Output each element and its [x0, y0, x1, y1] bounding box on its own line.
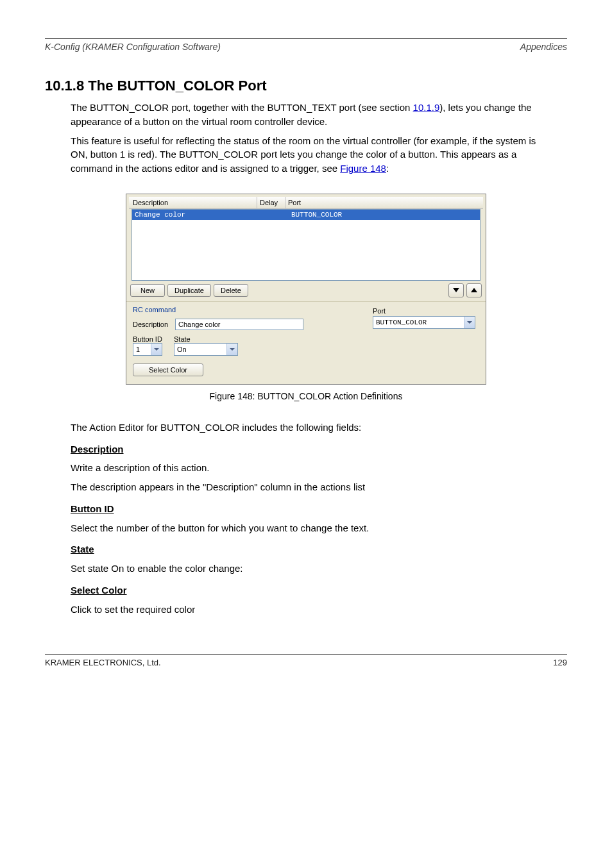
- select-color-button[interactable]: Select Color: [133, 363, 203, 376]
- intro-link-button-text: BUTTON_TEXT port: [268, 102, 356, 113]
- duplicate-button[interactable]: Duplicate: [167, 284, 211, 297]
- state-label: State: [174, 335, 238, 343]
- chevron-down-icon: [464, 317, 475, 328]
- intro-text: The BUTTON_COLOR port, together with the: [71, 102, 268, 113]
- header-rule: [45, 38, 567, 39]
- section-ref-link[interactable]: 10.1.9: [413, 102, 440, 113]
- field-text: Click to set the required color: [71, 603, 567, 617]
- port-label: Port: [373, 307, 479, 315]
- move-down-button[interactable]: [448, 283, 464, 297]
- intro-text: (see section: [355, 102, 412, 113]
- section-heading: 10.1.8 The BUTTON_COLOR Port: [45, 78, 567, 94]
- figure-caption: Figure 148: BUTTON_COLOR Action Definiti…: [45, 391, 567, 401]
- triangle-down-icon: [453, 288, 459, 292]
- field-text: Set state On to enable the color change:: [71, 562, 567, 576]
- triangle-up-icon: [471, 288, 477, 292]
- field-name-description: Description: [71, 442, 567, 456]
- state-value: On: [174, 346, 226, 353]
- group-legend: RC command: [133, 306, 373, 313]
- description-label: Description: [133, 321, 171, 328]
- fields-intro: The Action Editor for BUTTON_COLOR inclu…: [71, 421, 554, 435]
- field-name-button-id: Button ID: [71, 502, 567, 516]
- column-header-delay[interactable]: Delay: [257, 197, 285, 208]
- intro-paragraph-2: This feature is useful for reflecting th…: [71, 134, 554, 176]
- port-combobox-value: BUTTON_COLOR: [373, 319, 464, 326]
- figure-screenshot: Description Delay Port Change color BUTT…: [126, 194, 486, 385]
- page-header: K-Config (KRAMER Configuration Software)…: [45, 42, 567, 52]
- description-input[interactable]: [175, 319, 303, 330]
- field-text: Write a description of this action.: [71, 461, 567, 475]
- header-section: Appendices: [520, 42, 567, 52]
- actions-list-header: Description Delay Port: [129, 197, 483, 209]
- rc-command-group: RC command Description Port BUTTON_COLOR: [126, 301, 486, 384]
- footer-company: KRAMER ELECTRONICS, Ltd.: [45, 658, 161, 667]
- field-text: The description appears in the "Descript…: [71, 480, 567, 494]
- chevron-down-icon: [226, 344, 237, 355]
- new-button[interactable]: New: [130, 284, 165, 297]
- move-up-button[interactable]: [466, 283, 482, 297]
- list-cell-description: Change color: [132, 211, 262, 219]
- figure-ref-link[interactable]: Figure 148: [340, 163, 386, 174]
- button-id-combobox[interactable]: 1: [133, 343, 162, 356]
- list-item[interactable]: Change color BUTTON_COLOR: [132, 210, 480, 220]
- column-header-description[interactable]: Description: [129, 197, 257, 208]
- header-doc-title: K-Config (KRAMER Configuration Software): [45, 42, 221, 52]
- intro-paragraph-1: The BUTTON_COLOR port, together with the…: [71, 101, 554, 129]
- delete-button[interactable]: Delete: [214, 284, 248, 297]
- field-text: Select the number of the button for whic…: [71, 521, 567, 535]
- field-name-select-color: Select Color: [71, 583, 567, 597]
- footer-page-number: 129: [553, 658, 567, 667]
- chevron-down-icon: [151, 344, 162, 355]
- port-combobox[interactable]: BUTTON_COLOR: [373, 316, 475, 329]
- state-combobox[interactable]: On: [174, 343, 238, 356]
- column-header-port[interactable]: Port: [285, 197, 483, 208]
- page-footer: KRAMER ELECTRONICS, Ltd. 129: [45, 658, 567, 667]
- actions-listbox[interactable]: Change color BUTTON_COLOR: [132, 209, 480, 281]
- intro-text: :: [386, 163, 389, 174]
- intro-text: This feature is useful for reflecting th…: [71, 135, 536, 174]
- button-id-label: Button ID: [133, 335, 162, 343]
- field-name-state: State: [71, 542, 567, 556]
- list-cell-port: BUTTON_COLOR: [290, 211, 480, 219]
- button-id-value: 1: [133, 346, 151, 353]
- footer-rule: [45, 655, 567, 655]
